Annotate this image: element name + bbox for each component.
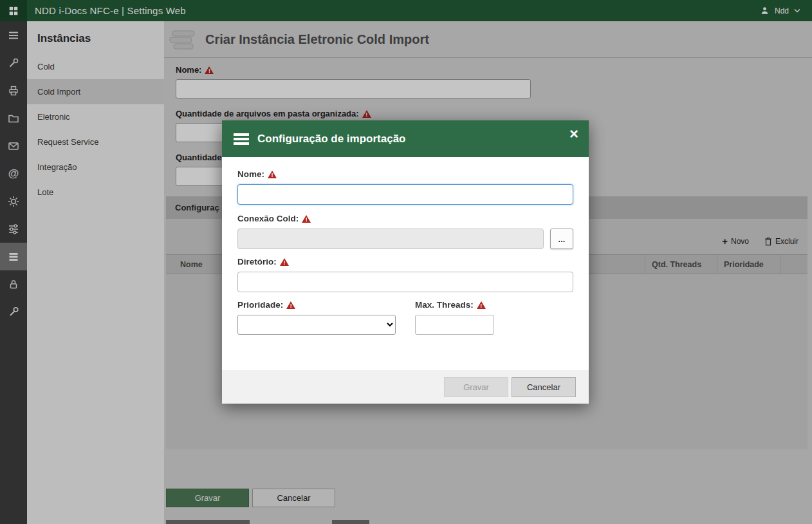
list-icon — [234, 133, 249, 145]
warning-icon — [477, 301, 486, 309]
modal-cancelar-button[interactable]: Cancelar — [512, 377, 576, 397]
warning-icon — [286, 301, 295, 309]
modal-conexao-input — [237, 229, 544, 249]
modal-header: Configuração de importação × — [222, 120, 589, 157]
modal-body: Nome: Conexão Cold: ... Diretório: Prior… — [222, 157, 589, 335]
max-threads-input[interactable] — [415, 315, 494, 335]
modal-diretorio-label: Diretório: — [237, 257, 573, 267]
field-max-threads: Max. Threads: — [415, 300, 494, 335]
modal-diretorio-input[interactable] — [237, 272, 573, 292]
modal-footer: Gravar Cancelar — [222, 370, 589, 404]
browse-button[interactable]: ... — [550, 229, 573, 249]
warning-icon — [280, 258, 289, 266]
prioridade-select[interactable] — [237, 315, 396, 335]
modal-nome-input[interactable] — [237, 184, 573, 205]
modal-prioridade-label: Prioridade: — [237, 300, 396, 310]
modal-conexao-label: Conexão Cold: — [237, 214, 573, 223]
field-prioridade: Prioridade: — [237, 300, 396, 335]
close-icon[interactable]: × — [569, 126, 578, 142]
warning-icon — [302, 215, 311, 223]
prioridade-threads-row: Prioridade: Max. Threads: — [237, 300, 573, 335]
modal-nome-label: Nome: — [237, 169, 573, 179]
modal-max-threads-label: Max. Threads: — [415, 300, 494, 310]
modal-gravar-button[interactable]: Gravar — [444, 377, 508, 397]
warning-icon — [268, 171, 277, 178]
import-config-modal: Configuração de importação × Nome: Conex… — [222, 120, 589, 404]
conexao-row: ... — [237, 229, 573, 249]
modal-title: Configuração de importação — [257, 133, 405, 145]
